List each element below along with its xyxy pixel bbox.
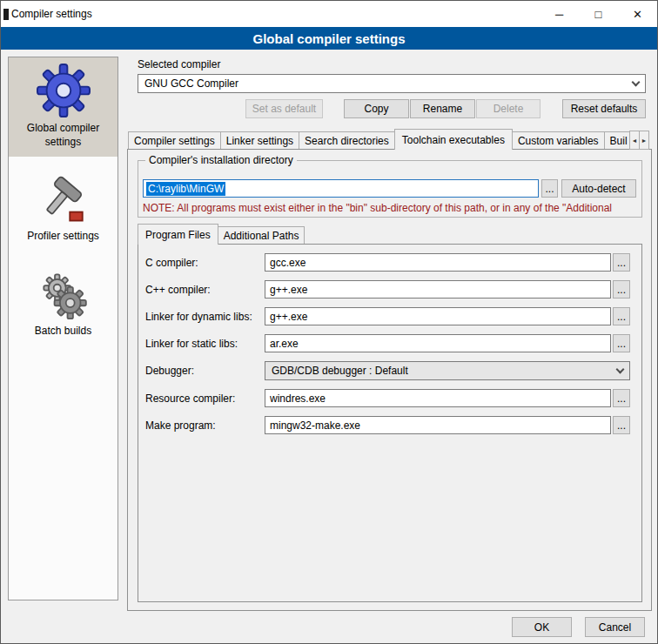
tab-scroll-buttons: ◄ ► (630, 131, 649, 150)
debugger-value: GDB/CDB debugger : Default (272, 365, 408, 377)
make-program-label: Make program: (145, 419, 216, 432)
sidebar-item-batch-builds[interactable]: Batch builds (9, 264, 118, 346)
minimize-button[interactable]: ─ (540, 1, 579, 27)
sidebar-item-label: Batch builds (35, 325, 91, 339)
static-linker-input[interactable] (265, 334, 611, 352)
installation-directory-input[interactable]: C:\raylib\MinGW (143, 179, 539, 198)
selected-compiler-dropdown[interactable]: GNU GCC Compiler (138, 74, 646, 93)
subtab-additional-paths[interactable]: Additional Paths (218, 226, 306, 245)
reset-defaults-button[interactable]: Reset defaults (562, 99, 646, 118)
window-controls: ─ □ ✕ (540, 1, 657, 27)
debugger-select[interactable]: GDB/CDB debugger : Default (265, 361, 630, 380)
make-program-browse-button[interactable]: ... (613, 416, 630, 434)
rename-button[interactable]: Rename (410, 99, 475, 118)
sidebar-item-profiler-settings[interactable]: Profiler settings (9, 169, 118, 252)
dialog-banner: Global compiler settings (1, 27, 657, 50)
set-as-default-button[interactable]: Set as default (245, 99, 323, 118)
bin-subdirectory-note: NOTE: All programs must exist either in … (143, 202, 641, 214)
sidebar-item-global-compiler-settings[interactable]: Global compiler settings (9, 57, 118, 157)
right-arrow-icon[interactable]: ► (639, 131, 649, 150)
selected-compiler-label: Selected compiler (138, 58, 220, 70)
make-program-input[interactable] (265, 416, 611, 434)
resource-compiler-label: Resource compiler: (145, 392, 235, 405)
chevron-down-icon (632, 77, 641, 86)
delete-button[interactable]: Delete (476, 99, 540, 118)
gray-gears-icon (38, 270, 89, 320)
compiler-tabs: Compiler settings Linker settings Search… (128, 129, 630, 150)
program-files-tabs: Program Files Additional Paths (138, 224, 305, 245)
close-button[interactable]: ✕ (618, 1, 657, 27)
dynamic-linker-browse-button[interactable]: ... (613, 307, 630, 325)
static-linker-label: Linker for static libs: (145, 338, 238, 350)
installation-directory-browse-button[interactable]: ... (541, 179, 558, 198)
installation-directory-value: C:\raylib\MinGW (146, 182, 225, 196)
resource-compiler-browse-button[interactable]: ... (613, 389, 630, 407)
cpp-compiler-label: C++ compiler: (145, 284, 211, 296)
sidebar-item-label: Profiler settings (27, 230, 99, 244)
auto-detect-button[interactable]: Auto-detect (561, 179, 636, 198)
settings-category-list: Global compiler settings Profiler settin… (8, 57, 118, 600)
installation-directory-group-title: Compiler's installation directory (145, 154, 297, 166)
compiler-settings-dialog: Compiler settings ─ □ ✕ Global compiler … (0, 0, 658, 644)
tab-search-directories[interactable]: Search directories (299, 131, 395, 150)
cpp-compiler-input[interactable] (265, 280, 611, 299)
selected-compiler-value: GNU GCC Compiler (144, 77, 238, 90)
copy-button[interactable]: Copy (344, 99, 409, 118)
blue-gear-icon (37, 64, 91, 117)
static-linker-browse-button[interactable]: ... (613, 334, 630, 352)
tab-toolchain-executables[interactable]: Toolchain executables (394, 129, 513, 150)
ok-button[interactable]: OK (512, 617, 572, 637)
tab-build-options[interactable]: Buil (604, 131, 630, 150)
resource-compiler-input[interactable] (265, 389, 611, 407)
debugger-label: Debugger: (145, 365, 194, 377)
sidebar-item-label: Global compiler settings (11, 122, 115, 149)
subtab-program-files[interactable]: Program Files (138, 224, 218, 245)
dynamic-linker-input[interactable] (265, 307, 611, 325)
tab-custom-variables[interactable]: Custom variables (512, 131, 605, 150)
titlebar[interactable]: Compiler settings ─ □ ✕ (1, 1, 657, 27)
tab-linker-settings[interactable]: Linker settings (220, 131, 299, 150)
cpp-compiler-browse-button[interactable]: ... (613, 280, 630, 299)
maximize-button[interactable]: □ (579, 1, 618, 27)
dynamic-linker-label: Linker for dynamic libs: (145, 311, 252, 323)
window-icon (3, 9, 9, 20)
banner-title: Global compiler settings (252, 31, 405, 46)
hammer-icon (38, 175, 89, 225)
chevron-down-icon (616, 365, 625, 373)
window-title: Compiler settings (11, 8, 92, 20)
c-compiler-label: C compiler: (145, 257, 198, 269)
tab-compiler-settings[interactable]: Compiler settings (128, 131, 221, 150)
c-compiler-browse-button[interactable]: ... (613, 253, 630, 272)
cancel-button[interactable]: Cancel (585, 617, 645, 637)
c-compiler-input[interactable] (265, 253, 611, 272)
